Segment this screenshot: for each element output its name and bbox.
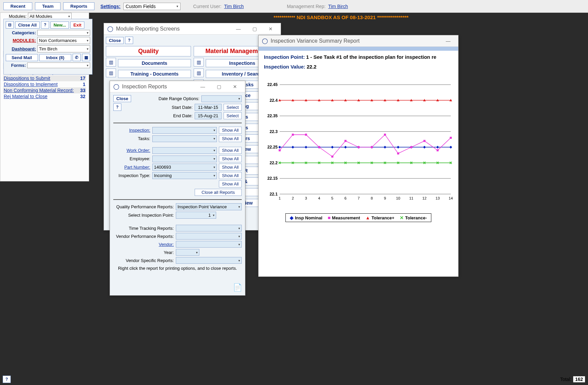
date-range-label: Date Range Options: bbox=[133, 96, 199, 101]
show-all-part-button[interactable]: Show All bbox=[219, 164, 242, 171]
tasks-dropdown[interactable]: ▾ bbox=[152, 135, 217, 142]
show-all-employee-button[interactable]: Show All bbox=[219, 155, 242, 162]
show-all-wo-button[interactable]: Show All bbox=[219, 147, 242, 154]
maximize-button[interactable]: ▢ bbox=[212, 84, 226, 89]
close-button[interactable]: ✕ bbox=[264, 26, 277, 32]
svg-text:4: 4 bbox=[318, 196, 320, 200]
module-item[interactable]: Documents bbox=[118, 59, 191, 67]
dashboard-item: Dispositions to Implement1 bbox=[3, 81, 86, 87]
show-all-tasks-button[interactable]: Show All bbox=[219, 135, 242, 142]
help-icon[interactable]: ? bbox=[41, 21, 49, 29]
close-all-reports-button[interactable]: Close all Reports bbox=[195, 189, 242, 196]
vendor-label[interactable]: Vendor: bbox=[113, 242, 174, 247]
team-button[interactable]: Team bbox=[35, 2, 61, 10]
close-module-button[interactable]: Close bbox=[106, 37, 124, 44]
top-toolbar: Recent Team Reports Settings: Custom Fie… bbox=[0, 0, 588, 13]
recent-button[interactable]: Recent bbox=[3, 2, 32, 10]
work-order-dropdown[interactable]: ▾ bbox=[152, 147, 217, 154]
inspection-dropdown[interactable]: ▾ bbox=[152, 127, 217, 134]
vsr-dropdown[interactable]: ▾ bbox=[176, 257, 242, 264]
employee-label: Employee: bbox=[113, 156, 150, 161]
help-icon[interactable]: ? bbox=[125, 37, 133, 44]
sip-dropdown[interactable]: 1▾ bbox=[176, 212, 216, 219]
dashboard-item-link[interactable]: Rej Material to Close bbox=[4, 94, 47, 99]
inbox-button[interactable]: Inbox (8) bbox=[39, 54, 72, 61]
svg-rect-32 bbox=[305, 134, 307, 136]
inspection-point-value: 1 - See Task #1 of the inspection plan f… bbox=[306, 54, 436, 60]
vendor-dropdown[interactable]: ▾ bbox=[176, 241, 242, 248]
dashboard-item-link[interactable]: Non Conforming Material Record: bbox=[4, 88, 74, 93]
show-all-inspection-button[interactable]: Show All bbox=[219, 127, 242, 134]
svg-rect-42 bbox=[437, 149, 439, 151]
end-date-field[interactable]: 15-Aug-21 bbox=[195, 112, 222, 119]
modules-dropdown[interactable]: Non Conformances▾ bbox=[37, 37, 90, 44]
vpr-dropdown[interactable]: ▾ bbox=[176, 233, 242, 240]
vpr-label: Vendor Performance Reports: bbox=[113, 234, 174, 239]
modules-label[interactable]: MODULES: bbox=[6, 38, 36, 43]
new-button[interactable]: New... bbox=[50, 22, 69, 29]
help-icon[interactable]: ? bbox=[3, 376, 11, 383]
reports-button[interactable]: Reports bbox=[63, 2, 94, 10]
dashboard-item: Non Conforming Material Record:33 bbox=[3, 87, 86, 93]
employee-dropdown[interactable]: ▾ bbox=[152, 156, 217, 162]
legend-item: ◆Insp Nominal bbox=[290, 215, 322, 220]
maximize-button[interactable]: ▢ bbox=[248, 26, 261, 32]
mgmt-rep-link[interactable]: Tim Birch bbox=[328, 4, 348, 9]
dashboard-item-count: 1 bbox=[75, 82, 85, 87]
insp-type-dropdown[interactable]: Incoming▾ bbox=[152, 172, 217, 179]
phone-icon[interactable]: ✆ bbox=[73, 54, 81, 61]
send-mail-button[interactable]: Send Mail bbox=[6, 54, 38, 61]
current-user-label: Current User: bbox=[193, 4, 222, 9]
svg-text:22.2: 22.2 bbox=[270, 161, 278, 165]
current-user-link[interactable]: Tim Birch bbox=[224, 4, 244, 9]
vsr-label: Vendor Specific Reports: bbox=[113, 258, 174, 263]
settings-label[interactable]: Settings: bbox=[101, 4, 121, 9]
minimize-button[interactable]: — bbox=[196, 84, 209, 89]
date-range-dropdown[interactable]: ▾ bbox=[201, 95, 242, 102]
minimize-button[interactable]: — bbox=[441, 38, 455, 44]
part-number-label[interactable]: Part Number: bbox=[113, 165, 150, 170]
work-order-label[interactable]: Work Order: bbox=[113, 148, 150, 153]
show-all-type-button[interactable]: Show All bbox=[219, 172, 242, 179]
module-icon: ▥ bbox=[106, 69, 116, 77]
svg-rect-40 bbox=[410, 146, 412, 148]
close-all-button[interactable]: Close All bbox=[15, 22, 40, 29]
year-dropdown[interactable]: ▾ bbox=[176, 249, 199, 256]
exit-button[interactable]: Exit bbox=[70, 22, 84, 29]
select-start-date-button[interactable]: Select bbox=[224, 104, 242, 111]
start-date-field[interactable]: 11-Mar-15 bbox=[195, 104, 222, 111]
dashboard-dropdown[interactable]: Tim Birch▾ bbox=[37, 45, 90, 52]
sandbox-banner: *********** NDI SANDBOX AS OF 08-13-2021… bbox=[94, 13, 588, 21]
select-end-date-button[interactable]: Select bbox=[224, 112, 242, 119]
close-button[interactable]: ✕ bbox=[228, 84, 242, 89]
qpr-dropdown[interactable]: Inspection Point Variance▾ bbox=[176, 203, 242, 210]
part-number-dropdown[interactable]: 1400693▾ bbox=[152, 164, 217, 171]
help-icon[interactable]: ? bbox=[113, 103, 121, 111]
close-insp-button[interactable]: Close bbox=[113, 95, 131, 102]
forms-dropdown[interactable]: ▾ bbox=[27, 62, 90, 68]
sip-label: Select Inspection Point: bbox=[113, 213, 174, 218]
minimize-button[interactable]: — bbox=[232, 26, 245, 32]
categories-dropdown[interactable]: ▾ bbox=[37, 30, 90, 36]
svg-text:5: 5 bbox=[331, 196, 333, 200]
ttr-dropdown[interactable]: ▾ bbox=[176, 225, 242, 231]
calendar-icon[interactable]: ▦ bbox=[82, 54, 90, 61]
dashboard-item-count: 33 bbox=[75, 88, 85, 93]
svg-rect-41 bbox=[423, 140, 425, 142]
dashboard-item-link[interactable]: Dispositions to Implement bbox=[4, 82, 57, 87]
dashboard-label[interactable]: Dashboard: bbox=[6, 46, 36, 51]
inspection-reports-window: ◯ Inspection Reports — ▢ ✕ Close Date Ra… bbox=[110, 81, 245, 296]
chart-legend: ◆Insp Nominal■Measurement▲Tolerance+✕Tol… bbox=[285, 213, 431, 222]
module-item[interactable]: Training - Documents bbox=[118, 70, 191, 78]
module-icon: ▥ bbox=[194, 69, 204, 77]
svg-rect-38 bbox=[384, 134, 386, 136]
svg-rect-30 bbox=[279, 149, 281, 151]
show-all-extra-button[interactable]: Show All bbox=[219, 180, 242, 187]
collapse-button[interactable]: ⊟ bbox=[6, 21, 14, 29]
dashboard-item-link[interactable]: Dispositions to Submit bbox=[4, 76, 50, 81]
dashboard-item: Rej Material to Close32 bbox=[3, 93, 86, 99]
inspection-label[interactable]: Inspection: bbox=[113, 128, 150, 133]
settings-dropdown[interactable]: Custom Fields▾ bbox=[123, 3, 181, 10]
year-label: Year: bbox=[113, 250, 174, 255]
svg-rect-35 bbox=[345, 140, 347, 142]
